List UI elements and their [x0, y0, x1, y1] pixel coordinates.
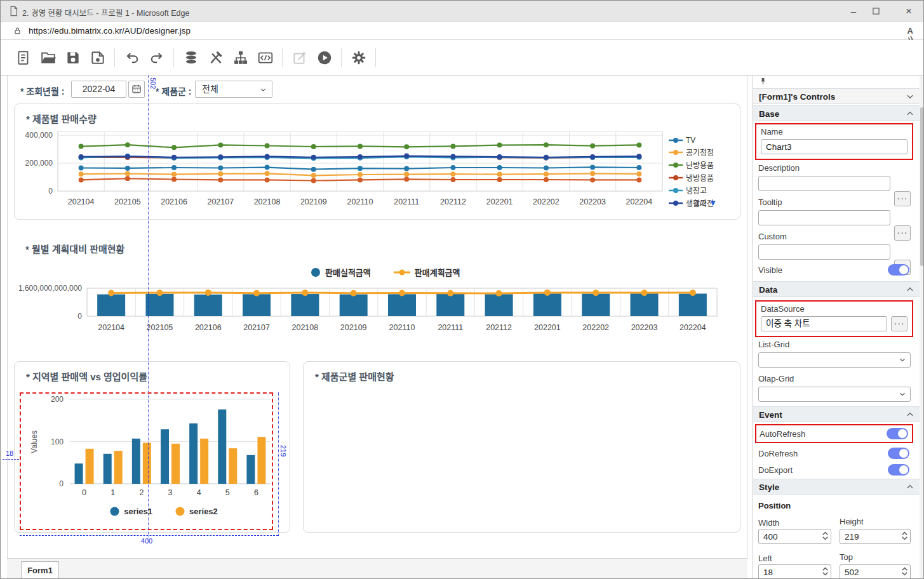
- legend-page-up-icon[interactable]: ▲: [686, 199, 693, 207]
- legend-page-indicator: 1/2: [695, 199, 706, 208]
- chart4-title: * 제품군별 판매현황: [315, 369, 394, 383]
- top-spinner[interactable]: [902, 567, 907, 576]
- left-input[interactable]: [758, 564, 831, 579]
- settings-icon[interactable]: [351, 50, 367, 66]
- name-label: Name: [761, 127, 907, 136]
- svg-text:202107: 202107: [207, 197, 234, 206]
- product-sales-line-chart: 0200,000400,0002021042021052021062021072…: [15, 131, 669, 214]
- date-input[interactable]: 2022-04: [71, 81, 126, 98]
- save-as-icon[interactable]: [90, 50, 106, 66]
- datasource-field-highlight: DataSource 이중 축 차트 ···: [755, 300, 913, 337]
- section-style[interactable]: Style: [753, 479, 920, 495]
- svg-text:400,000: 400,000: [25, 131, 53, 140]
- height-input[interactable]: [840, 529, 911, 544]
- section-event[interactable]: Event: [753, 406, 920, 422]
- width-input[interactable]: [758, 529, 831, 544]
- custom-input[interactable]: [758, 244, 890, 260]
- height-spinner[interactable]: [902, 531, 907, 540]
- maximize-button[interactable]: [873, 3, 892, 19]
- legend-item[interactable]: 냉장고: [669, 185, 733, 196]
- svg-text:202111: 202111: [438, 323, 463, 332]
- script-editor-icon[interactable]: [257, 50, 274, 66]
- svg-text:202110: 202110: [389, 323, 415, 332]
- legend-item[interactable]: 난방용품: [669, 159, 733, 170]
- datasource-editor-button[interactable]: ···: [891, 316, 907, 331]
- edit-icon[interactable]: [291, 50, 308, 66]
- legend-item[interactable]: TV: [669, 136, 733, 145]
- chevron-up-icon: [906, 482, 914, 491]
- legend-item[interactable]: 공기청정: [669, 147, 733, 157]
- svg-text:202109: 202109: [300, 197, 327, 206]
- visible-toggle[interactable]: [888, 264, 909, 276]
- top-input[interactable]: [840, 564, 911, 579]
- hierarchy-icon[interactable]: [232, 50, 249, 66]
- olapgrid-select[interactable]: [758, 387, 911, 402]
- undo-icon[interactable]: [124, 50, 140, 66]
- tab-form1[interactable]: Form1: [21, 561, 59, 579]
- designer-toolbar: [1, 40, 923, 76]
- scrollbar-thumb[interactable]: [920, 107, 923, 266]
- width-spinner[interactable]: [822, 531, 828, 540]
- doexport-toggle[interactable]: [888, 464, 909, 476]
- datasource-value: 이중 축 차트: [766, 319, 810, 328]
- section-data[interactable]: Data: [753, 281, 920, 297]
- chevron-down-icon: [899, 390, 906, 398]
- name-field-highlight: Name: [755, 123, 913, 160]
- width-guide-label: 400: [134, 537, 159, 545]
- tools-icon[interactable]: [208, 50, 224, 66]
- svg-text:202201: 202201: [534, 323, 561, 332]
- product-select[interactable]: 전체: [195, 81, 272, 98]
- selection-rectangle[interactable]: [20, 392, 273, 530]
- run-icon[interactable]: [316, 50, 333, 66]
- save-icon[interactable]: [65, 50, 81, 66]
- svg-text:0: 0: [48, 187, 53, 196]
- section-event-label: Event: [759, 410, 782, 420]
- svg-text:202112: 202112: [440, 197, 466, 206]
- description-input[interactable]: [758, 176, 890, 191]
- dorefresh-toggle[interactable]: [888, 448, 909, 459]
- data-source-icon[interactable]: [183, 50, 199, 66]
- listgrid-select[interactable]: [758, 352, 911, 368]
- chart4-widget[interactable]: * 제품군별 판매현황: [303, 361, 740, 533]
- section-base[interactable]: Base: [753, 105, 920, 121]
- pin-icon[interactable]: [758, 77, 768, 86]
- svg-text:202201: 202201: [486, 197, 513, 206]
- svg-text:202106: 202106: [161, 197, 187, 206]
- toolbar-divider: [114, 48, 115, 67]
- name-input[interactable]: [761, 139, 907, 154]
- chevron-up-icon: [906, 109, 914, 118]
- close-button[interactable]: ×: [899, 3, 918, 19]
- section-base-label: Base: [759, 109, 779, 119]
- dorefresh-label: DoRefresh: [758, 449, 798, 458]
- calendar-icon: [131, 83, 142, 95]
- chart1-title: * 제품별 판매수량: [26, 112, 97, 125]
- form-tab-bar: Form1: [7, 558, 747, 579]
- height-guide-label: 219: [279, 445, 287, 456]
- calendar-button[interactable]: [128, 81, 145, 98]
- panel-scrollbar[interactable]: [920, 76, 924, 579]
- legend-item[interactable]: 판매실적금액: [311, 266, 371, 278]
- autorefresh-toggle[interactable]: [887, 428, 908, 439]
- minimize-button[interactable]: –: [844, 3, 863, 19]
- address-bar: https://edu.bimatrix.co.kr/AUD/designer.…: [1, 22, 923, 40]
- autorefresh-label: AutoRefresh: [760, 429, 805, 439]
- tooltip-input[interactable]: [758, 210, 890, 225]
- section-data-label: Data: [759, 285, 777, 295]
- svg-text:1,600,000,000,000: 1,600,000,000,000: [18, 285, 82, 293]
- svg-text:202108: 202108: [292, 323, 319, 332]
- datasource-select[interactable]: 이중 축 차트: [761, 316, 887, 331]
- new-document-icon[interactable]: [15, 50, 32, 66]
- legend-page-down-icon[interactable]: ▼: [709, 198, 717, 208]
- redo-icon[interactable]: [149, 50, 165, 66]
- legend-item[interactable]: 판매계획금액: [394, 266, 460, 278]
- controls-header[interactable]: [Form1]'s Controls: [753, 88, 920, 104]
- toolbar-divider: [282, 48, 283, 67]
- left-spinner[interactable]: [822, 567, 828, 576]
- legend-item[interactable]: 냉방용품: [669, 172, 733, 183]
- svg-text:202111: 202111: [394, 197, 419, 206]
- url-text[interactable]: https://edu.bimatrix.co.kr/AUD/designer.…: [29, 26, 191, 36]
- chart1-widget[interactable]: * 제품별 판매수량 0200,000400,00020210420210520…: [14, 103, 740, 220]
- open-folder-icon[interactable]: [40, 50, 57, 66]
- panel-pin-row: »: [758, 77, 911, 88]
- svg-text:202202: 202202: [533, 197, 559, 206]
